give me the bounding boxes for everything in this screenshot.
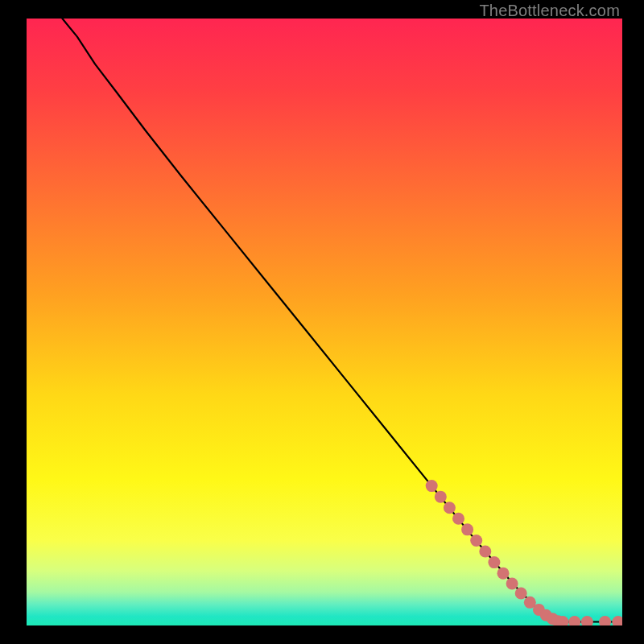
- scatter-point: [461, 523, 473, 535]
- scatter-point: [497, 568, 510, 580]
- scatter-point: [444, 502, 456, 514]
- chart-frame: TheBottleneck.com: [0, 0, 644, 644]
- chart-svg: [27, 19, 622, 625]
- plot-area: [27, 19, 622, 625]
- scatter-point: [452, 513, 464, 525]
- scatter-point: [479, 546, 491, 558]
- watermark-text: TheBottleneck.com: [479, 2, 620, 20]
- scatter-point: [506, 577, 518, 589]
- scatter-point: [435, 491, 447, 503]
- scatter-point: [488, 556, 500, 568]
- scatter-point: [515, 588, 527, 600]
- scatter-point: [426, 480, 438, 492]
- scatter-point: [470, 535, 482, 547]
- gradient-background: [27, 19, 622, 625]
